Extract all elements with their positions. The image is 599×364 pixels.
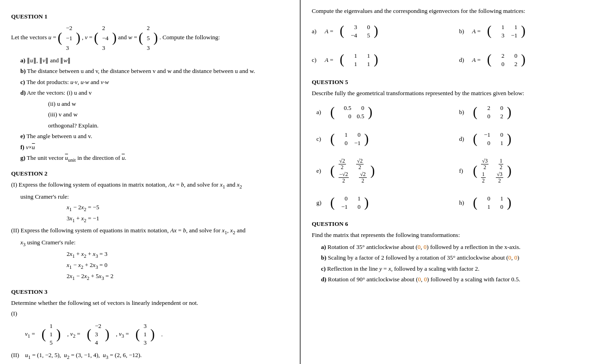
q4-a: a) A = ( 30 −45 ) <box>312 23 441 40</box>
q4-d: d) A = ( 20 02 ) <box>459 52 588 68</box>
q5-d: d) ( −10 01 ) <box>459 131 584 147</box>
question-6: QUESTION 6 Find the matrix that represen… <box>312 220 588 284</box>
q5-a: a) ( 0.50 00.5 ) <box>316 104 441 121</box>
q4-matrices: a) A = ( 30 −45 ) b) A = ( 11 3−1 ) <box>312 20 588 71</box>
question-3: QUESTION 3 Determine whether the followi… <box>11 288 289 361</box>
q5-f: f) ( √32 12 12 √32 <box>459 158 584 184</box>
q6-c: c) Reflection in the line y = x, followe… <box>321 264 588 273</box>
q4-c: c) A = ( 11 11 ) <box>312 52 441 68</box>
q5-c: c) ( 10 0−1 ) <box>316 131 441 147</box>
right-panel: Compute the eigenvalues and the correspo… <box>301 0 599 364</box>
right-top-text: Compute the eigenvalues and the correspo… <box>312 6 588 16</box>
q6-a: a) Rotation of 35° anticlockwise about (… <box>321 243 588 252</box>
left-panel: QUESTION 1 Let the vectors u = ( −2 −1 3… <box>0 0 301 364</box>
q2-sys1: x1 − 2x2 = −5 3x1 + x2 = −1 <box>67 203 289 224</box>
q5-g: g) ( 01 −10 ) <box>316 194 441 211</box>
q6-title: QUESTION 6 <box>312 220 588 228</box>
q1-intro: Let the vectors u = ( −2 −1 3 ) , v = ( … <box>11 23 289 53</box>
q5-h: h) ( 01 10 ) <box>459 194 584 211</box>
question-1: QUESTION 1 Let the vectors u = ( −2 −1 3… <box>11 13 289 164</box>
and-1: and <box>118 34 128 41</box>
q6-d: d) Rotation of 90° anticlockwise about (… <box>321 275 588 284</box>
q5-e: e) ( √22 √22 −√22 √22 <box>316 158 441 184</box>
q3-vectors: v1 = ( 1 1 5 ) , v2 = ( −2 3 4 ) <box>25 322 289 347</box>
q5-matrices: a) ( 0.50 00.5 ) b) ( 20 02 <box>316 101 583 214</box>
q5-b: b) ( 20 02 ) <box>459 104 584 121</box>
q3-title: QUESTION 3 <box>11 288 289 296</box>
and-2: and <box>50 57 59 64</box>
q1-title: QUESTION 1 <box>11 13 289 20</box>
q5-title: QUESTION 5 <box>312 79 588 86</box>
question-5: QUESTION 5 Describe fully the geometrica… <box>312 79 588 214</box>
q2-sys2: 2x1 + x2 + x3 = 3 x1 − x2 + 2x3 = 0 2x1 … <box>67 249 289 281</box>
q6-intro: Find the matrix that represents the foll… <box>312 231 588 240</box>
question-2: QUESTION 2 (I) Express the following sys… <box>11 170 289 282</box>
and-3: and <box>91 79 99 85</box>
q2-title: QUESTION 2 <box>11 170 289 177</box>
q5-intro: Describe fully the geometrical transform… <box>312 89 588 98</box>
q4-b: b) A = ( 11 3−1 ) <box>459 23 588 40</box>
q6-b: b) Scaling by a factor of 2 followed by … <box>321 253 588 262</box>
